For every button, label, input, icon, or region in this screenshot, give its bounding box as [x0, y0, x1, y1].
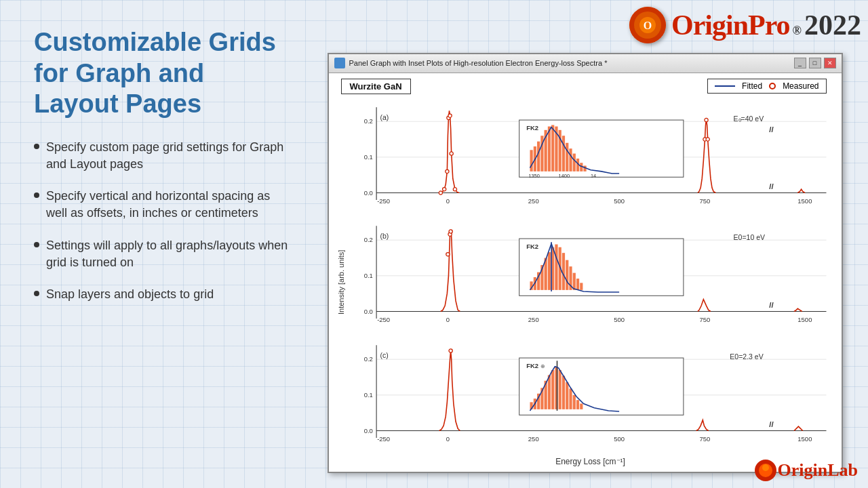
svg-rect-33	[519, 120, 683, 177]
svg-point-107	[448, 349, 452, 352]
left-panel: Customizable Gridsfor Graph andLayout Pa…	[0, 0, 312, 488]
svg-point-70	[448, 230, 452, 233]
svg-rect-125	[572, 395, 575, 409]
svg-point-131	[762, 464, 769, 471]
svg-text://: //	[769, 125, 774, 133]
svg-point-25	[448, 114, 451, 117]
svg-point-21	[439, 190, 442, 194]
svg-text:-250: -250	[377, 197, 390, 205]
bullet-text-4: Snap layers and objects to grid	[46, 286, 214, 303]
registered-mark: ®	[793, 24, 802, 38]
svg-rect-45	[566, 142, 568, 171]
svg-text:0.2: 0.2	[363, 237, 372, 244]
graph-window: Panel Graph with Inset Plots of High-res…	[328, 53, 843, 473]
svg-text:(a): (a)	[380, 113, 389, 121]
origin-logo-icon: O	[629, 7, 666, 43]
graph-title-box: Wurzite GaN	[341, 79, 411, 94]
svg-rect-86	[566, 260, 568, 290]
bullet-dot	[34, 242, 39, 247]
list-item: Specify custom page grid settings for Gr…	[34, 139, 292, 173]
svg-text:1350: 1350	[528, 173, 539, 179]
main-title: Customizable Gridsfor Graph andLayout Pa…	[34, 27, 292, 120]
svg-rect-123	[566, 382, 568, 409]
svg-point-71	[446, 253, 449, 256]
svg-text:0.1: 0.1	[363, 152, 372, 160]
svg-text:(b): (b)	[380, 232, 389, 240]
graph-svg-c: 0.2 0.1 0.0 -250 0 250 500 750 1500	[348, 336, 833, 454]
bullet-dot	[34, 192, 39, 198]
svg-point-26	[450, 151, 453, 155]
svg-text:E0=2.3 eV: E0=2.3 eV	[730, 352, 763, 361]
svg-rect-126	[576, 400, 578, 409]
svg-text:0.2: 0.2	[363, 117, 372, 125]
legend-box: Fitted Measured	[707, 79, 826, 94]
legend-measured-label: Measured	[783, 81, 818, 91]
svg-rect-41	[551, 125, 554, 171]
svg-text:500: 500	[614, 197, 625, 205]
svg-text:FK2: FK2	[526, 243, 538, 250]
originpro-text: OriginPro	[671, 9, 790, 41]
svg-text:750: 750	[699, 197, 710, 205]
svg-rect-89	[576, 279, 578, 290]
svg-text:500: 500	[614, 435, 625, 443]
svg-text:1500: 1500	[797, 316, 812, 323]
svg-rect-124	[569, 388, 572, 409]
svg-text:0.1: 0.1	[363, 391, 372, 399]
main-container: O OriginPro ® 2022 Customizable Gridsfor…	[0, 0, 868, 488]
svg-text:1400: 1400	[558, 173, 569, 179]
svg-text:E₀=40 eV: E₀=40 eV	[733, 115, 764, 123]
svg-text:(c): (c)	[380, 351, 388, 359]
svg-point-23	[445, 169, 448, 173]
svg-text:0.0: 0.0	[363, 426, 372, 434]
svg-point-27	[453, 187, 456, 190]
svg-text:500: 500	[614, 316, 625, 323]
svg-text:0.1: 0.1	[363, 272, 372, 279]
svg-text:250: 250	[528, 316, 538, 323]
svg-text:0: 0	[446, 316, 449, 323]
svg-text:14...: 14...	[591, 173, 600, 179]
logo-year: 2022	[804, 9, 861, 41]
svg-rect-46	[569, 148, 572, 171]
svg-point-22	[442, 187, 446, 190]
svg-rect-119	[551, 370, 554, 409]
svg-rect-127	[580, 403, 583, 409]
window-controls[interactable]: _ □ ✕	[794, 58, 836, 68]
graph-row-c: 0.2 0.1 0.0 -250 0 250 500 750 1500	[348, 336, 833, 454]
bullet-list: Specify custom page grid settings for Gr…	[34, 139, 292, 303]
svg-rect-90	[580, 283, 583, 291]
svg-rect-35	[530, 150, 532, 171]
svg-text:⊕: ⊕	[540, 363, 545, 369]
svg-text:250: 250	[528, 435, 538, 443]
svg-text:FK2: FK2	[526, 362, 538, 369]
legend-fitted-label: Fitted	[742, 81, 762, 91]
svg-rect-44	[561, 136, 564, 171]
svg-point-29	[704, 118, 707, 121]
bottom-originlab-logo: OriginLab	[755, 460, 858, 481]
bullet-dot	[34, 291, 39, 296]
bullet-dot	[34, 144, 39, 149]
svg-rect-81	[547, 252, 550, 290]
graph-svg-a: 0.2 0.1 0.0 -250 0 250 500 750 1500	[348, 98, 833, 216]
bullet-text-2: Specify vertical and horizontal spacing …	[46, 188, 292, 222]
svg-text:0.0: 0.0	[363, 188, 372, 196]
svg-text:250: 250	[528, 197, 538, 205]
graph-row-a: 0.2 0.1 0.0 -250 0 250 500 750 1500	[348, 98, 833, 216]
close-button[interactable]: ✕	[824, 58, 836, 68]
svg-rect-121	[558, 370, 561, 409]
window-title-left: Panel Graph with Inset Plots of High-res…	[334, 58, 608, 68]
minimize-button[interactable]: _	[794, 58, 806, 68]
bullet-text-1: Specify custom page grid settings for Gr…	[46, 139, 292, 173]
svg-rect-118	[547, 375, 550, 409]
svg-text:E0=10 eV: E0=10 eV	[733, 233, 764, 241]
maximize-button[interactable]: □	[809, 58, 821, 68]
window-titlebar: Panel Graph with Inset Plots of High-res…	[329, 54, 842, 73]
svg-point-30	[706, 137, 709, 140]
legend-row: Wurzite GaN Fitted Measured	[334, 79, 833, 94]
list-item: Settings will apply to all graphs/layout…	[34, 237, 292, 271]
svg-text:0.2: 0.2	[363, 355, 372, 363]
graph-svg-b: 0.2 0.1 0.0 -250 0 250 500 750 1500	[348, 217, 833, 335]
legend-fitted-line	[715, 85, 735, 87]
svg-rect-122	[561, 375, 564, 409]
svg-text:1500: 1500	[797, 435, 812, 443]
originlab-text: OriginLab	[778, 460, 858, 481]
